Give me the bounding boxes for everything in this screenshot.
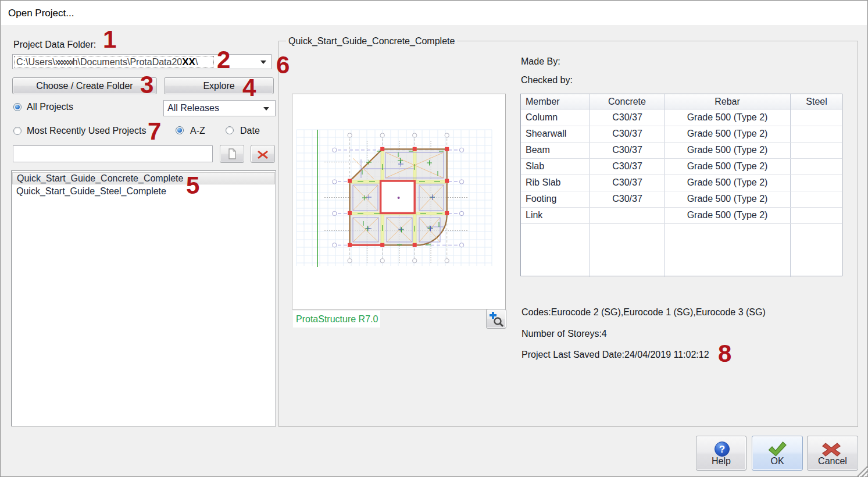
svg-text:?: ? [719,444,725,455]
